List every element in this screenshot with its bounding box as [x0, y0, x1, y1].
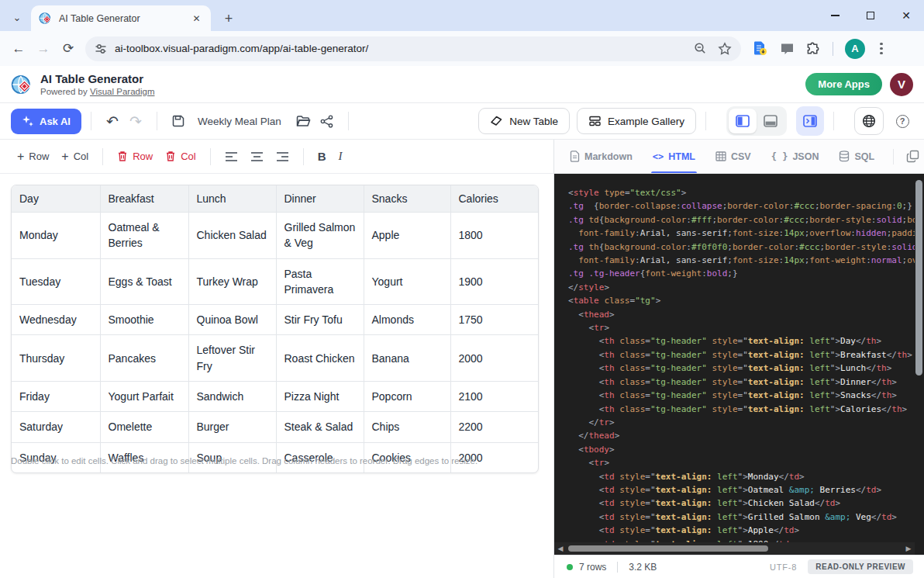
table-cell[interactable]: Turkey Wrap — [188, 258, 276, 305]
table-cell[interactable]: Steak & Salad — [276, 412, 364, 442]
browser-menu-button[interactable] — [877, 40, 886, 58]
tab-sql[interactable]: SQL — [837, 140, 876, 173]
url-bar[interactable]: ai-toolbox.visual-paradigm.com/app/ai-ta… — [85, 36, 741, 61]
tab-search-button[interactable]: ⌄ — [6, 7, 28, 27]
align-center-button[interactable] — [244, 147, 270, 167]
add-col-button[interactable]: + Col — [55, 146, 95, 168]
table-cell[interactable]: Quinoa Bowl — [188, 305, 276, 335]
url-text[interactable]: ai-toolbox.visual-paradigm.com/app/ai-ta… — [115, 43, 688, 54]
extensions-puzzle-icon[interactable] — [806, 41, 821, 56]
bookmark-star-icon[interactable] — [718, 42, 732, 56]
column-header-dinner[interactable]: Dinner — [276, 185, 364, 213]
bold-button[interactable]: B — [312, 145, 333, 168]
tab-html[interactable]: <> HTML — [651, 140, 697, 173]
table-cell[interactable]: Monday — [12, 213, 100, 259]
code-content[interactable]: <style type="text/css">.tg {border-colla… — [554, 174, 915, 542]
italic-button[interactable]: I — [333, 145, 349, 168]
tab-json[interactable]: { } JSON — [770, 140, 821, 173]
table-cell[interactable]: Roast Chicken — [276, 335, 364, 382]
table-cell[interactable]: Sandwich — [188, 382, 276, 412]
user-avatar[interactable]: V — [890, 73, 913, 96]
share-button[interactable] — [315, 109, 339, 133]
reload-button[interactable]: ⟳ — [56, 36, 81, 61]
column-header-calories[interactable]: Calories — [450, 185, 539, 213]
table-cell[interactable]: Popcorn — [364, 382, 450, 412]
close-button[interactable]: ✕ — [888, 0, 924, 31]
table-cell[interactable]: 1750 — [450, 305, 539, 335]
back-button[interactable]: ← — [6, 36, 31, 61]
table-cell[interactable]: 1900 — [450, 258, 539, 305]
column-header-lunch[interactable]: Lunch — [188, 185, 276, 213]
table-cell[interactable]: Banana — [364, 335, 450, 382]
table-cell[interactable]: 2200 — [450, 412, 539, 442]
redo-button[interactable]: ↷ — [124, 109, 147, 133]
table-cell[interactable]: Pizza Night — [276, 382, 364, 412]
table-cell[interactable]: Apple — [364, 213, 450, 259]
open-file-button[interactable] — [292, 109, 315, 133]
table-cell[interactable]: Pasta Primavera — [276, 258, 364, 305]
translate-download-icon[interactable] — [752, 40, 768, 57]
table-cell[interactable]: Stir Fry Tofu — [276, 305, 364, 335]
scroll-left-arrow[interactable]: ◀ — [554, 542, 567, 555]
table-cell[interactable]: Burger — [188, 412, 276, 442]
table-cell[interactable]: Oatmeal & Berries — [100, 213, 188, 259]
horizontal-scrollbar-track[interactable] — [567, 542, 902, 555]
zoom-out-icon[interactable] — [694, 42, 707, 55]
language-button[interactable] — [854, 107, 884, 135]
chat-bubble-icon[interactable] — [780, 42, 795, 56]
browser-tab[interactable]: AI Table Generator ✕ — [31, 5, 211, 31]
table-cell[interactable]: Almonds — [364, 305, 450, 335]
more-apps-button[interactable]: More Apps — [805, 73, 882, 95]
table-cell[interactable]: 2100 — [450, 382, 539, 412]
delete-col-button[interactable]: Col — [159, 146, 202, 167]
table-cell[interactable]: 2000 — [450, 335, 539, 382]
table-cell[interactable]: Yogurt Parfait — [100, 382, 188, 412]
tab-csv[interactable]: CSV — [714, 140, 753, 173]
site-settings-icon[interactable] — [95, 43, 107, 55]
table-cell[interactable]: Leftover Stir Fry — [188, 335, 276, 382]
column-header-breakfast[interactable]: Breakfast — [100, 185, 188, 213]
split-vertical-button[interactable] — [729, 109, 757, 133]
table-cell[interactable]: Yogurt — [364, 258, 450, 305]
vertical-scrollbar-thumb[interactable] — [915, 180, 922, 376]
split-horizontal-button[interactable] — [757, 109, 784, 133]
maximize-button[interactable] — [853, 0, 888, 31]
tab-close-icon[interactable]: ✕ — [190, 12, 203, 25]
column-header-day[interactable]: Day — [12, 185, 100, 213]
table-cell[interactable]: Saturday — [12, 412, 100, 442]
column-header-snacks[interactable]: Snacks — [364, 185, 450, 213]
document-title[interactable]: Weekly Meal Plan — [198, 116, 281, 127]
table-cell[interactable]: 1800 — [450, 213, 539, 259]
table-cell[interactable]: Thursday — [12, 335, 100, 382]
forward-button[interactable]: → — [31, 36, 56, 61]
table-cell[interactable]: Smoothie — [100, 305, 188, 335]
new-table-button[interactable]: New Table — [478, 108, 570, 134]
table-cell[interactable]: Eggs & Toast — [100, 258, 188, 305]
new-tab-button[interactable]: + — [219, 9, 239, 29]
table-cell[interactable]: Chicken Salad — [188, 213, 276, 259]
table-cell[interactable]: Pancakes — [100, 335, 188, 382]
toggle-preview-panel-button[interactable] — [796, 106, 824, 136]
visual-paradigm-link[interactable]: Visual Paradigm — [90, 87, 155, 96]
table-cell[interactable]: Tuesday — [12, 258, 100, 305]
table-cell[interactable]: Friday — [12, 382, 100, 412]
delete-row-button[interactable]: Row — [111, 146, 159, 167]
table-cell[interactable]: Chips — [364, 412, 450, 442]
copy-icon[interactable] — [906, 150, 919, 163]
scroll-right-arrow[interactable]: ▶ — [902, 542, 915, 555]
horizontal-scrollbar-thumb[interactable] — [568, 545, 768, 552]
table-cell[interactable]: Grilled Salmon & Veg — [276, 213, 364, 259]
minimize-button[interactable] — [817, 0, 853, 31]
add-row-button[interactable]: + Row — [11, 146, 55, 168]
browser-profile-avatar[interactable]: A — [845, 39, 865, 59]
save-button[interactable] — [167, 109, 190, 133]
tab-markdown[interactable]: Markdown — [568, 140, 634, 173]
table-cell[interactable]: Omelette — [100, 412, 188, 442]
align-right-button[interactable] — [270, 147, 295, 167]
table-cell[interactable]: Wednesday — [12, 305, 100, 335]
help-button[interactable]: ? — [891, 110, 913, 132]
align-left-button[interactable] — [219, 147, 244, 167]
example-gallery-button[interactable]: Example Gallery — [577, 108, 696, 134]
ask-ai-button[interactable]: Ask AI — [11, 109, 81, 134]
undo-button[interactable]: ↶ — [101, 109, 124, 133]
